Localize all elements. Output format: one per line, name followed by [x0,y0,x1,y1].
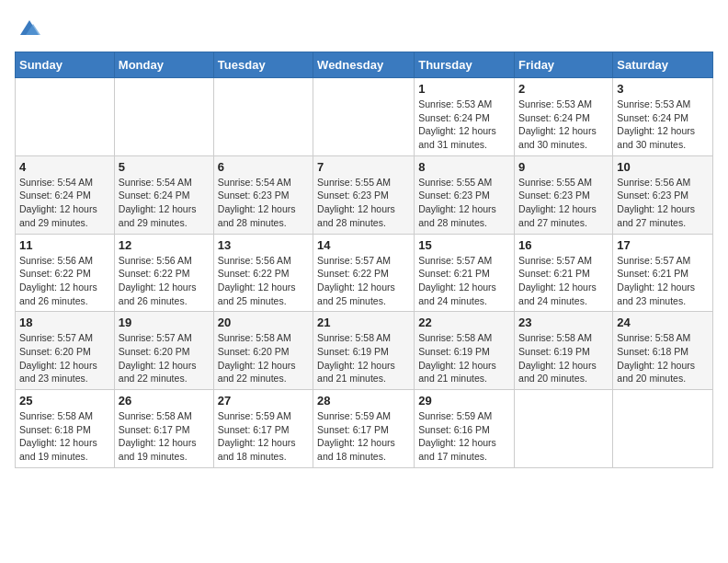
calendar-cell: 20Sunrise: 5:58 AM Sunset: 6:20 PM Dayli… [213,312,313,390]
day-number: 10 [617,160,709,174]
calendar-cell: 21Sunrise: 5:58 AM Sunset: 6:19 PM Dayli… [313,312,415,390]
day-info: Sunrise: 5:54 AM Sunset: 6:24 PM Dayligh… [119,176,210,230]
day-info: Sunrise: 5:57 AM Sunset: 6:21 PM Dayligh… [418,254,510,308]
day-number: 12 [119,238,210,252]
calendar-cell: 12Sunrise: 5:56 AM Sunset: 6:22 PM Dayli… [114,234,213,312]
day-info: Sunrise: 5:57 AM Sunset: 6:20 PM Dayligh… [19,331,110,385]
calendar-cell [114,78,213,156]
calendar-cell [613,390,713,468]
day-info: Sunrise: 5:59 AM Sunset: 6:17 PM Dayligh… [218,409,309,464]
day-number: 24 [617,316,709,329]
day-info: Sunrise: 5:55 AM Sunset: 6:23 PM Dayligh… [317,176,410,230]
day-number: 2 [518,82,609,96]
day-info: Sunrise: 5:53 AM Sunset: 6:24 PM Dayligh… [518,98,609,152]
week-row-0: 1Sunrise: 5:53 AM Sunset: 6:24 PM Daylig… [16,78,713,156]
day-info: Sunrise: 5:59 AM Sunset: 6:17 PM Dayligh… [317,409,410,464]
day-info: Sunrise: 5:59 AM Sunset: 6:16 PM Dayligh… [418,409,510,464]
day-number: 11 [19,238,110,252]
header-row: SundayMondayTuesdayWednesdayThursdayFrid… [16,52,713,78]
calendar-cell: 13Sunrise: 5:56 AM Sunset: 6:22 PM Dayli… [213,234,313,312]
day-info: Sunrise: 5:55 AM Sunset: 6:23 PM Dayligh… [418,176,510,230]
day-info: Sunrise: 5:54 AM Sunset: 6:24 PM Dayligh… [19,176,110,230]
day-number: 29 [418,394,510,408]
header-monday: Monday [114,52,213,78]
day-number: 5 [119,160,210,174]
calendar-cell: 16Sunrise: 5:57 AM Sunset: 6:21 PM Dayli… [515,234,613,312]
calendar-body: 1Sunrise: 5:53 AM Sunset: 6:24 PM Daylig… [16,78,713,468]
day-number: 1 [418,82,510,96]
calendar-header: SundayMondayTuesdayWednesdayThursdayFrid… [16,52,713,78]
calendar-cell: 26Sunrise: 5:58 AM Sunset: 6:17 PM Dayli… [114,390,213,468]
header-friday: Friday [515,52,613,78]
day-number: 6 [218,160,309,174]
week-row-3: 18Sunrise: 5:57 AM Sunset: 6:20 PM Dayli… [16,312,713,390]
calendar-cell: 23Sunrise: 5:58 AM Sunset: 6:19 PM Dayli… [515,312,613,390]
day-number: 13 [218,238,309,252]
day-number: 17 [617,238,709,252]
day-number: 23 [518,316,609,329]
day-info: Sunrise: 5:56 AM Sunset: 6:22 PM Dayligh… [119,254,210,308]
calendar-cell: 6Sunrise: 5:54 AM Sunset: 6:23 PM Daylig… [213,155,313,234]
day-number: 14 [317,238,410,252]
calendar-cell [213,78,313,156]
day-number: 22 [418,316,510,329]
day-info: Sunrise: 5:58 AM Sunset: 6:18 PM Dayligh… [19,409,110,464]
header-thursday: Thursday [415,52,515,78]
day-info: Sunrise: 5:55 AM Sunset: 6:23 PM Dayligh… [518,176,609,230]
day-info: Sunrise: 5:58 AM Sunset: 6:17 PM Dayligh… [119,409,210,464]
calendar-cell: 1Sunrise: 5:53 AM Sunset: 6:24 PM Daylig… [415,78,515,156]
calendar-cell: 19Sunrise: 5:57 AM Sunset: 6:20 PM Dayli… [114,312,213,390]
page-header [15,15,713,40]
day-number: 8 [418,160,510,174]
calendar-cell: 3Sunrise: 5:53 AM Sunset: 6:24 PM Daylig… [613,78,713,156]
calendar-cell: 8Sunrise: 5:55 AM Sunset: 6:23 PM Daylig… [415,155,515,234]
day-info: Sunrise: 5:57 AM Sunset: 6:20 PM Dayligh… [119,331,210,385]
header-saturday: Saturday [613,52,713,78]
logo-icon [17,15,42,40]
week-row-1: 4Sunrise: 5:54 AM Sunset: 6:24 PM Daylig… [16,155,713,234]
day-info: Sunrise: 5:56 AM Sunset: 6:22 PM Dayligh… [19,254,110,308]
day-number: 28 [317,394,410,408]
calendar-cell: 22Sunrise: 5:58 AM Sunset: 6:19 PM Dayli… [415,312,515,390]
logo [15,15,42,40]
calendar-cell: 18Sunrise: 5:57 AM Sunset: 6:20 PM Dayli… [16,312,115,390]
day-number: 3 [617,82,709,96]
day-number: 19 [119,316,210,329]
calendar-cell: 4Sunrise: 5:54 AM Sunset: 6:24 PM Daylig… [16,155,115,234]
calendar-cell [313,78,415,156]
header-sunday: Sunday [16,52,115,78]
calendar-cell: 28Sunrise: 5:59 AM Sunset: 6:17 PM Dayli… [313,390,415,468]
day-number: 25 [19,394,110,408]
day-info: Sunrise: 5:58 AM Sunset: 6:19 PM Dayligh… [317,331,410,385]
calendar-cell: 17Sunrise: 5:57 AM Sunset: 6:21 PM Dayli… [613,234,713,312]
calendar-cell: 10Sunrise: 5:56 AM Sunset: 6:23 PM Dayli… [613,155,713,234]
day-number: 9 [518,160,609,174]
day-info: Sunrise: 5:57 AM Sunset: 6:21 PM Dayligh… [518,254,609,308]
day-number: 18 [19,316,110,329]
calendar-cell: 11Sunrise: 5:56 AM Sunset: 6:22 PM Dayli… [16,234,115,312]
day-number: 16 [518,238,609,252]
week-row-2: 11Sunrise: 5:56 AM Sunset: 6:22 PM Dayli… [16,234,713,312]
calendar-cell: 14Sunrise: 5:57 AM Sunset: 6:22 PM Dayli… [313,234,415,312]
calendar-cell: 29Sunrise: 5:59 AM Sunset: 6:16 PM Dayli… [415,390,515,468]
calendar-cell: 7Sunrise: 5:55 AM Sunset: 6:23 PM Daylig… [313,155,415,234]
day-info: Sunrise: 5:53 AM Sunset: 6:24 PM Dayligh… [418,98,510,152]
day-number: 7 [317,160,410,174]
day-info: Sunrise: 5:58 AM Sunset: 6:20 PM Dayligh… [218,331,309,385]
header-tuesday: Tuesday [213,52,313,78]
calendar-cell [16,78,115,156]
calendar-cell [515,390,613,468]
calendar-table: SundayMondayTuesdayWednesdayThursdayFrid… [15,52,713,468]
day-number: 15 [418,238,510,252]
day-info: Sunrise: 5:58 AM Sunset: 6:18 PM Dayligh… [617,331,709,385]
week-row-4: 25Sunrise: 5:58 AM Sunset: 6:18 PM Dayli… [16,390,713,468]
day-number: 27 [218,394,309,408]
day-info: Sunrise: 5:56 AM Sunset: 6:23 PM Dayligh… [617,176,709,230]
calendar-cell: 5Sunrise: 5:54 AM Sunset: 6:24 PM Daylig… [114,155,213,234]
calendar-cell: 24Sunrise: 5:58 AM Sunset: 6:18 PM Dayli… [613,312,713,390]
calendar-cell: 2Sunrise: 5:53 AM Sunset: 6:24 PM Daylig… [515,78,613,156]
day-number: 26 [119,394,210,408]
calendar-cell: 25Sunrise: 5:58 AM Sunset: 6:18 PM Dayli… [16,390,115,468]
header-wednesday: Wednesday [313,52,415,78]
calendar-cell: 27Sunrise: 5:59 AM Sunset: 6:17 PM Dayli… [213,390,313,468]
